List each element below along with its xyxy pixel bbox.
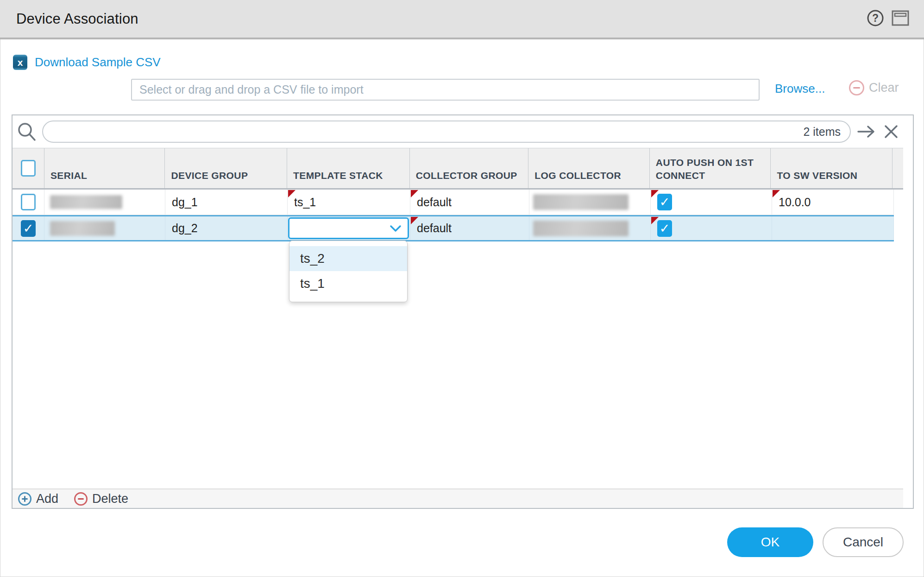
delete-button[interactable]: Delete [74,492,128,506]
chevron-down-icon [389,224,402,233]
page-title: Device Association [16,11,138,27]
header-to-sw-version[interactable]: TO SW VERSION [771,148,893,188]
template-stack-select[interactable] [288,217,409,239]
row1-auto-push-cell [651,190,772,215]
select-all-checkbox[interactable] [21,160,36,177]
table-header-row: SERIAL DEVICE GROUP TEMPLATE STACK COLLE… [13,148,903,190]
dropdown-option-ts2[interactable]: ts_2 [289,246,407,271]
row1-log-collector-cell[interactable] [529,190,651,215]
table-empty-area [13,241,913,488]
row1-auto-push-checkbox[interactable] [657,194,672,210]
header-scrollbar-spacer [893,148,903,188]
row1-template-stack-cell[interactable]: ts_1 [288,190,410,215]
header-collector-group[interactable]: COLLECTOR GROUP [410,148,529,188]
table-search-row: 2 items [13,115,913,148]
dock-window-icon[interactable] [892,10,909,26]
dialog-footer: OK Cancel [0,527,924,557]
search-pill: 2 items [42,120,851,143]
clear-label: Clear [869,81,899,95]
redacted-serial [50,195,122,209]
browse-link[interactable]: Browse... [775,82,825,96]
header-select-all-cell [13,148,44,188]
row2-auto-push-checkbox[interactable] [657,220,672,237]
plus-icon [18,492,31,506]
dropdown-option-ts1[interactable]: ts_1 [289,271,407,296]
apply-filter-arrow-icon[interactable] [856,124,877,139]
table-row-selected[interactable]: dg_2 default [13,215,894,241]
svg-text:?: ? [872,12,879,24]
row2-template-stack-cell [288,216,410,240]
row1-device-group-cell[interactable]: dg_1 [165,190,288,215]
ok-button[interactable]: OK [727,527,813,557]
csv-file-icon: x [13,55,27,70]
row1-select-checkbox[interactable] [21,194,36,210]
row2-log-collector-cell[interactable] [529,216,651,240]
search-icon [16,121,38,142]
device-association-dialog: Device Association ? x Download Sample C… [0,0,924,577]
download-sample-row: x Download Sample CSV [13,55,161,70]
add-label: Add [36,492,58,506]
csv-import-row: Browse... Clear [0,78,924,101]
header-template-stack[interactable]: TEMPLATE STACK [287,148,410,188]
row1-serial-cell [44,190,165,215]
dialog-titlebar: Device Association ? [0,0,924,39]
redacted-serial [50,221,115,236]
header-serial[interactable]: SERIAL [44,148,165,188]
redacted-log-collector [533,194,629,210]
delete-label: Delete [92,492,128,506]
template-stack-dropdown: ts_2 ts_1 [289,241,408,302]
help-icon[interactable]: ? [867,9,884,27]
row2-auto-push-cell [651,216,772,240]
cancel-button[interactable]: Cancel [823,527,904,557]
filter-input[interactable] [52,125,803,139]
row2-serial-cell [44,216,165,240]
row2-device-group-cell[interactable]: dg_2 [165,216,288,240]
row1-to-sw-version-cell[interactable]: 10.0.0 [772,190,894,215]
device-table-panel: 2 items [12,114,914,509]
csv-file-input[interactable] [131,79,760,101]
header-log-collector[interactable]: LOG COLLECTOR [528,148,650,188]
minus-icon [74,492,88,506]
row2-select-checkbox[interactable] [21,220,36,237]
row2-collector-group-cell[interactable]: default [410,216,529,240]
clear-button[interactable]: Clear [849,80,899,95]
clear-filter-x-icon[interactable] [883,124,899,139]
add-button[interactable]: Add [18,492,58,506]
row1-collector-group-cell[interactable]: default [410,190,529,215]
items-count-badge: 2 items [803,125,841,139]
download-sample-csv-link[interactable]: Download Sample CSV [35,55,161,70]
header-auto-push[interactable]: AUTO PUSH ON 1ST CONNECT [650,148,771,188]
table-toolbar: Add Delete [13,488,903,508]
table-row[interactable]: dg_1 ts_1 default 10.0.0 [13,190,894,215]
clear-minus-icon [849,80,864,95]
header-device-group[interactable]: DEVICE GROUP [165,148,287,188]
redacted-log-collector [533,221,629,236]
row2-to-sw-version-cell[interactable] [772,216,894,240]
